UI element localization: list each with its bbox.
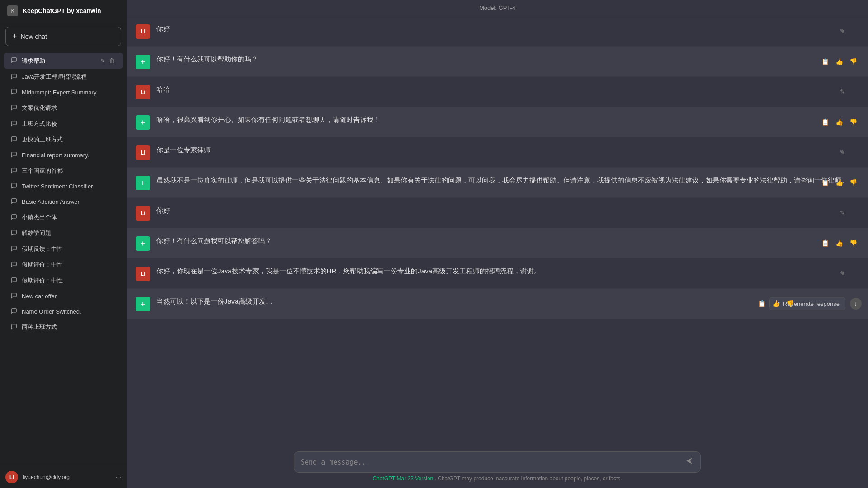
chat-icon xyxy=(11,167,17,175)
copy-button[interactable]: 📋 xyxy=(820,238,831,249)
more-options-icon[interactable]: ··· xyxy=(115,473,121,481)
sidebar-item-label: Name Order Switched. xyxy=(22,308,116,315)
sidebar-item-文案[interactable]: 文案优化请求 xyxy=(4,100,123,116)
message-input[interactable] xyxy=(301,458,680,466)
message-content: 当然可以！以下是一份Java高级开发… xyxy=(156,296,859,307)
thumbsup-button[interactable]: 👍 xyxy=(834,56,845,67)
thumbsup-button[interactable]: 👍 xyxy=(834,177,845,188)
sidebar-item-假期评价1[interactable]: 假期评价：中性 xyxy=(4,257,123,272)
sidebar-item-更快[interactable]: 更快的上班方式 xyxy=(4,132,123,147)
message-row-6: 虽然我不是一位真实的律师，但是我可以提供一些关于法律问题的基本信息。如果你有关于… xyxy=(127,168,868,198)
sidebar-item-financial[interactable]: Financial report summary. xyxy=(4,148,123,163)
sidebar-item-basic[interactable]: Basic Addition Answer xyxy=(4,194,123,209)
edit-message-icon[interactable]: ✎ xyxy=(840,88,845,95)
edit-message-icon[interactable]: ✎ xyxy=(840,149,845,156)
message-row-7: Li 你好 ✎ xyxy=(127,198,868,228)
sidebar-item-假期评价2[interactable]: 假期评价：中性 xyxy=(4,273,123,288)
sidebar-item-label: New car offer. xyxy=(22,293,116,300)
sidebar-item-两种上班[interactable]: 两种上班方式 xyxy=(4,319,123,335)
model-header: Model: GPT-4 xyxy=(127,0,868,16)
message-actions: 📋 👍 👎 xyxy=(820,117,859,127)
copy-button[interactable]: 📋 xyxy=(820,177,831,188)
footer-disclaimer: . ChatGPT may produce inaccurate informa… xyxy=(435,475,622,482)
edit-message-icon[interactable]: ✎ xyxy=(840,209,845,216)
chat-icon xyxy=(11,151,17,159)
message-avatar xyxy=(136,55,150,69)
sidebar-item-Java[interactable]: Java开发工程师招聘流程 xyxy=(4,69,123,84)
sidebar-item-label: Basic Addition Answer xyxy=(22,198,116,205)
chat-icon xyxy=(11,198,17,206)
chat-history-list: 请求帮助 ✎ 🗑 Java开发工程师招聘流程 Midprompt: Expert… xyxy=(0,51,127,466)
message-row-4: 哈哈，很高兴看到你开心。如果你有任何问题或者想聊天，请随时告诉我！ 📋 👍 👎 xyxy=(127,107,868,137)
sidebar-item-name_order[interactable]: Name Order Switched. xyxy=(4,304,123,319)
sidebar-item-label: 上班方式比较 xyxy=(22,120,116,128)
footer-note: ChatGPT Mar 23 Version . ChatGPT may pro… xyxy=(294,475,701,482)
message-content: 虽然我不是一位真实的律师，但是我可以提供一些关于法律问题的基本信息。如果你有关于… xyxy=(156,175,859,186)
sidebar-header: K KeepChatGPT by xcanwin xyxy=(0,0,127,22)
sidebar-item-twitter[interactable]: Twitter Sentiment Classifier xyxy=(4,179,123,194)
sidebar-item-label: 小镇杰出个体 xyxy=(22,213,116,221)
chat-icon xyxy=(11,324,17,331)
sidebar-item-小镇[interactable]: 小镇杰出个体 xyxy=(4,210,123,225)
message-content: 哈哈 xyxy=(156,84,859,95)
sidebar-item-解数学[interactable]: 解数学问题 xyxy=(4,225,123,241)
sidebar-item-label: 文案优化请求 xyxy=(22,104,116,112)
sidebar-item-label: Twitter Sentiment Classifier xyxy=(22,183,116,190)
edit-item-button[interactable]: ✎ xyxy=(99,56,106,65)
copy-button[interactable]: 📋 xyxy=(820,56,831,67)
thumbsup-button[interactable]: 👍 xyxy=(770,298,782,309)
chat-icon xyxy=(11,308,17,315)
chat-icon xyxy=(11,214,17,221)
sidebar-item-上班方式[interactable]: 上班方式比较 xyxy=(4,116,123,131)
thumbsdown-button[interactable]: 👎 xyxy=(848,56,859,67)
edit-message-icon[interactable]: ✎ xyxy=(840,28,845,35)
message-content: 哈哈，很高兴看到你开心。如果你有任何问题或者想聊天，请随时告诉我！ xyxy=(156,114,859,125)
chat-icon xyxy=(11,57,17,65)
app-logo: K xyxy=(7,5,18,16)
thumbsdown-button[interactable]: 👎 xyxy=(848,117,859,127)
chat-icon xyxy=(11,73,17,81)
thumbsup-button[interactable]: 👍 xyxy=(834,117,845,127)
message-actions: 📋 👍 👎 xyxy=(820,238,859,249)
message-row-9: Li 你好，你现在是一位Java技术专家，我是一位不懂技术的HR，您帮助我编写一… xyxy=(127,258,868,289)
copy-button[interactable]: 📋 xyxy=(820,117,831,127)
message-avatar: Li xyxy=(136,267,150,281)
copy-button[interactable]: 📋 xyxy=(756,298,768,309)
delete-item-button[interactable]: 🗑 xyxy=(108,56,116,65)
sidebar-footer: Li liyuechun@cldy.org ··· xyxy=(0,466,127,488)
message-actions: 📋 👍 👎 xyxy=(820,56,859,67)
scroll-down-button[interactable]: ↓ xyxy=(850,298,862,310)
sidebar-item-三个国家[interactable]: 三个国家的首都 xyxy=(4,163,123,178)
new-chat-button[interactable]: + New chat xyxy=(5,27,121,46)
input-area: ChatGPT Mar 23 Version . ChatGPT may pro… xyxy=(127,445,868,488)
message-content: 你好！有什么问题我可以帮您解答吗？ xyxy=(156,235,859,246)
sidebar-item-label: 假期评价：中性 xyxy=(22,261,116,269)
sidebar-item-label: 更快的上班方式 xyxy=(22,136,116,144)
edit-message-icon[interactable]: ✎ xyxy=(840,270,845,277)
message-content: 你是一位专家律师 xyxy=(156,145,859,155)
chatgpt-version-link[interactable]: ChatGPT Mar 23 Version xyxy=(373,475,433,482)
sidebar-item-假期反馈[interactable]: 假期反馈：中性 xyxy=(4,241,123,257)
sidebar-item-midprompt[interactable]: Midprompt: Expert Summary. xyxy=(4,85,123,100)
thumbsdown-button[interactable]: 👎 xyxy=(848,238,859,249)
sidebar-item-label: 请求帮助 xyxy=(22,57,95,65)
message-avatar xyxy=(136,115,150,130)
chat-icon xyxy=(11,183,17,190)
message-avatar: Li xyxy=(136,145,150,160)
sidebar-item-label: Financial report summary. xyxy=(22,152,116,159)
sidebar-item-new_car[interactable]: New car offer. xyxy=(4,289,123,304)
sidebar-item-label: 假期反馈：中性 xyxy=(22,245,116,253)
send-button[interactable] xyxy=(685,456,694,468)
app-title: KeepChatGPT by xcanwin xyxy=(23,7,101,14)
message-row-5: Li 你是一位专家律师 ✎ xyxy=(127,137,868,168)
sidebar-item-label: Midprompt: Expert Summary. xyxy=(22,89,116,96)
thumbsup-button[interactable]: 👍 xyxy=(834,238,845,249)
message-row-1: Li 你好 ✎ xyxy=(127,16,868,47)
thumbsdown-button[interactable]: 👎 xyxy=(784,298,796,309)
sidebar-item-label: 假期评价：中性 xyxy=(22,277,116,285)
chat-icon xyxy=(11,104,17,112)
thumbsdown-button[interactable]: 👎 xyxy=(848,177,859,188)
sidebar-item-请求帮助[interactable]: 请求帮助 ✎ 🗑 xyxy=(4,53,123,69)
message-content: 你好，你现在是一位Java技术专家，我是一位不懂技术的HR，您帮助我编写一份专业… xyxy=(156,266,859,277)
item-actions: ✎ 🗑 xyxy=(99,56,116,65)
